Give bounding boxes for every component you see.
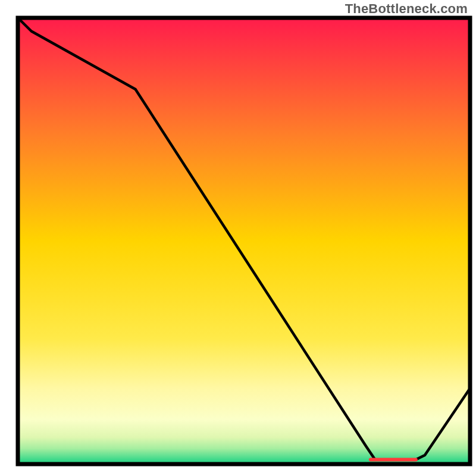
chart-stage: TheBottleneck.com <box>0 0 476 476</box>
bottleneck-chart <box>0 0 476 476</box>
plot-background <box>18 18 470 464</box>
